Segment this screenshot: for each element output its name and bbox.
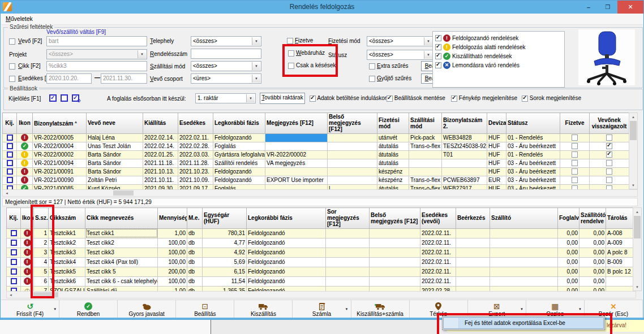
items-cell[interactable]: 0,00: [558, 276, 579, 286]
orders-cell[interactable]: VA megjegyzés: [265, 159, 328, 167]
extra-szures-checkbox[interactable]: [369, 63, 375, 70]
cell-checkbox[interactable]: [606, 135, 612, 141]
orders-cell[interactable]: Gyártásra lefoglalva: [213, 150, 265, 159]
orders-cell[interactable]: [328, 159, 377, 167]
items-cell[interactable]: 2022.02.11.: [420, 267, 456, 276]
telephely-combo[interactable]: <összes>: [191, 36, 261, 46]
items-cell[interactable]: 0,00: [579, 238, 606, 248]
webaruhaz-checkbox[interactable]: [288, 50, 294, 57]
orders-cell[interactable]: !: [17, 133, 33, 142]
orders-cell[interactable]: !: [17, 176, 33, 184]
orders-cell[interactable]: átutalás: [377, 142, 409, 150]
orders-column-header[interactable]: Bizonylatszám▲: [33, 113, 87, 134]
orders-cell[interactable]: 2022.02.14.: [143, 142, 178, 150]
orders-cell[interactable]: 2021.10.13.: [143, 167, 178, 176]
row-select-checkbox[interactable]: [11, 278, 17, 284]
orders-cell[interactable]: [3, 159, 17, 167]
row-select-checkbox[interactable]: [7, 135, 13, 141]
orders-cell[interactable]: utánvét: [377, 133, 409, 142]
items-cell[interactable]: 2022.02.11.: [420, 238, 456, 248]
orders-cell[interactable]: !: [17, 150, 33, 159]
items-horizontal-scrollbar[interactable]: [6, 291, 636, 298]
items-cell[interactable]: 2022.02.11.: [420, 276, 456, 286]
items-cell[interactable]: [370, 267, 420, 276]
items-cell[interactable]: db: [187, 238, 203, 248]
row-select-checkbox[interactable]: [7, 151, 13, 158]
scroll-up-icon[interactable]: [629, 113, 637, 120]
vevo-checkbox[interactable]: [9, 38, 15, 45]
dropdown-arrow-icon[interactable]: ▼: [520, 307, 523, 311]
orders-cell[interactable]: [265, 133, 328, 142]
items-cell[interactable]: B polc 12: [606, 267, 633, 276]
legend-checkbox[interactable]: [435, 35, 441, 41]
items-cell[interactable]: Teszt cikk2: [85, 238, 158, 248]
chevron-down-icon[interactable]: [252, 62, 260, 70]
items-cell[interactable]: 2022.02.11.: [420, 228, 456, 238]
items-cell[interactable]: Tesztcikk6: [49, 276, 85, 286]
items-cell[interactable]: !: [21, 238, 34, 248]
raktar-combo[interactable]: 1. raktár: [195, 93, 256, 103]
items-cell[interactable]: 5,69: [203, 257, 247, 267]
orders-cell[interactable]: [590, 133, 629, 142]
items-cell[interactable]: [490, 276, 558, 286]
items-cell[interactable]: [456, 276, 490, 286]
orders-cell[interactable]: VR-2021/00090: [33, 176, 87, 184]
items-cell[interactable]: 200,00: [158, 267, 187, 276]
orders-column-header[interactable]: Esedékes: [178, 113, 213, 134]
orders-cell[interactable]: [265, 142, 328, 150]
cell-checkbox[interactable]: [606, 168, 612, 175]
settings-checkbox[interactable]: [451, 96, 457, 102]
items-cell[interactable]: [456, 248, 490, 257]
items-cell[interactable]: [7, 276, 21, 286]
orders-cell[interactable]: 03 - Áru beérkezett: [506, 142, 560, 150]
items-cell[interactable]: [326, 257, 370, 267]
orders-cell[interactable]: [328, 142, 377, 150]
orders-cell[interactable]: Zoltán Petri: [87, 176, 143, 184]
orders-cell[interactable]: HUF: [487, 150, 506, 159]
orders-cell[interactable]: Unas Teszt Jolán: [87, 142, 143, 150]
items-cell[interactable]: 100,00: [158, 276, 187, 286]
orders-cell[interactable]: [590, 142, 629, 150]
orders-cell[interactable]: TESZt245038-9238: [442, 142, 487, 150]
orders-cell[interactable]: [442, 159, 487, 167]
items-cell[interactable]: [490, 238, 558, 248]
items-cell[interactable]: 4,77: [203, 238, 247, 248]
orders-cell[interactable]: !: [17, 159, 33, 167]
select-invert-checkbox[interactable]: [72, 94, 79, 102]
items-cell[interactable]: [326, 228, 370, 238]
orders-cell[interactable]: HUF: [487, 159, 506, 167]
menu-muveletek[interactable]: Műveletek: [1, 14, 37, 24]
row-select-checkbox[interactable]: [7, 177, 13, 183]
row-select-checkbox[interactable]: [11, 249, 17, 255]
customer-supplier-switch-link[interactable]: Vevő/szállító váltás [F9]: [46, 29, 106, 35]
items-cell[interactable]: Tesztcikk2: [49, 238, 85, 248]
scrollbar-thumb[interactable]: [32, 292, 58, 297]
orders-column-header[interactable]: Kij.: [3, 113, 17, 134]
scroll-left-icon[interactable]: [3, 190, 11, 196]
legend-checkbox[interactable]: [435, 62, 441, 68]
orders-horizontal-scrollbar[interactable]: [2, 189, 638, 197]
gyujto-szures-checkbox[interactable]: [369, 76, 375, 82]
orders-cell[interactable]: HUF: [487, 133, 506, 142]
items-cell[interactable]: B-009: [606, 257, 633, 267]
items-cell[interactable]: 3: [34, 248, 49, 257]
items-column-header[interactable]: Legkorábbi fázis: [247, 208, 326, 229]
items-cell[interactable]: 4: [34, 257, 49, 267]
orders-cell[interactable]: Foglalás: [213, 142, 265, 150]
items-cell[interactable]: 0,00: [579, 228, 606, 238]
scroll-up-icon[interactable]: [633, 208, 641, 215]
items-cell[interactable]: A-009: [606, 238, 633, 248]
orders-cell[interactable]: 03 - Áru beérkezett: [506, 159, 560, 167]
fizetesi-mod-combo[interactable]: <összes>: [367, 36, 433, 46]
orders-cell[interactable]: 2022.01.25.: [143, 150, 178, 159]
items-column-header[interactable]: Ikon: [21, 208, 34, 229]
orders-column-header[interactable]: Vevő neve: [87, 113, 143, 134]
items-cell[interactable]: 1: [34, 228, 49, 238]
chevron-down-icon[interactable]: [252, 75, 260, 83]
orders-cell[interactable]: 2022.02.11.: [178, 133, 213, 142]
items-cell[interactable]: !: [21, 248, 34, 257]
items-cell[interactable]: Tesztcikk5: [49, 267, 85, 276]
items-cell[interactable]: [370, 228, 420, 238]
orders-cell[interactable]: [560, 133, 590, 142]
tovabbi-raktarak-button[interactable]: További raktárak: [260, 93, 305, 104]
